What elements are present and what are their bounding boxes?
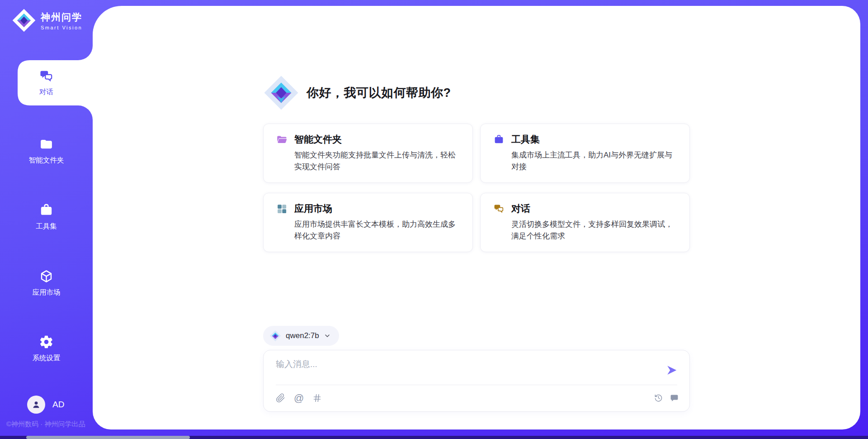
brand: 神州问学 Smart Vision (12, 8, 82, 33)
user-profile[interactable]: AD (27, 396, 64, 414)
message-input[interactable] (276, 358, 637, 382)
card-chat[interactable]: 对话 灵活切换多模型文件，支持多样回复效果调试，满足个性化需求 (480, 193, 690, 252)
sidebar-item-tools[interactable]: 工具集 (0, 203, 93, 231)
card-title: 对话 (511, 202, 530, 215)
chat-icon (39, 69, 54, 84)
sidebar-item-chat[interactable]: 对话 (0, 60, 93, 105)
composer: @ (263, 350, 690, 412)
send-button[interactable] (665, 364, 679, 377)
chevron-down-icon (324, 332, 331, 339)
brand-subtitle: Smart Vision (41, 25, 82, 30)
person-icon (31, 399, 42, 410)
card-title: 应用市场 (294, 202, 332, 215)
greeting: 你好，我可以如何帮助你? (263, 74, 690, 112)
avatar (27, 396, 45, 414)
card-description: 智能文件夹功能支持批量文件上传与清洗，轻松实现文件问答 (294, 149, 460, 172)
card-title: 智能文件夹 (294, 133, 342, 146)
chat-bubble-icon (670, 394, 679, 402)
card-description: 灵活切换多模型文件，支持多样回复效果调试，满足个性化需求 (511, 219, 677, 242)
sidebar-item-label: 智能文件夹 (29, 156, 64, 165)
sidebar-item-label: 应用市场 (33, 288, 61, 297)
card-description: 集成市场上主流工具，助力AI与外界无缝扩展与对接 (511, 149, 677, 172)
card-description: 应用市场提供丰富长文本模板，助力高效生成多样化文章内容 (294, 219, 460, 242)
card-title: 工具集 (511, 133, 540, 146)
main-panel: 你好，我可以如何帮助你? 智能文件夹 智能文件夹功能支持批量文件上传与清洗，轻松… (93, 6, 860, 429)
history-button[interactable] (654, 394, 663, 402)
sidebar-footer: ©神州数码 · 神州问学出品 (6, 420, 85, 429)
sidebar-item-label: 系统设置 (33, 353, 61, 363)
sidebar: 神州问学 Smart Vision 对话 智能文件夹 (0, 0, 93, 439)
brand-text: 神州问学 Smart Vision (41, 11, 82, 30)
at-icon: @ (294, 393, 304, 403)
folder-icon (39, 137, 54, 152)
model-selector[interactable]: qwen2:7b (263, 326, 339, 346)
greeting-text: 你好，我可以如何帮助你? (307, 85, 451, 101)
brand-diamond-logo-icon (12, 8, 36, 33)
sidebar-item-market[interactable]: 应用市场 (0, 269, 93, 297)
sidebar-item-folders[interactable]: 智能文件夹 (0, 137, 93, 165)
gear-icon (39, 334, 54, 349)
attach-button[interactable] (276, 393, 285, 403)
folder-open-icon (276, 134, 288, 145)
briefcase-icon (39, 203, 54, 218)
send-icon (666, 364, 678, 376)
scrollbar-thumb[interactable] (26, 436, 190, 439)
mention-button[interactable]: @ (294, 393, 304, 403)
paperclip-icon (276, 393, 285, 403)
assistant-diamond-logo-icon (263, 75, 299, 111)
model-name: qwen2:7b (286, 331, 319, 340)
sidebar-item-settings[interactable]: 系统设置 (0, 334, 93, 363)
card-app-market[interactable]: 应用市场 应用市场提供丰富长文本模板，助力高效生成多样化文章内容 (263, 193, 473, 252)
card-toolset[interactable]: 工具集 集成市场上主流工具，助力AI与外界无缝扩展与对接 (480, 124, 690, 183)
card-smart-folder[interactable]: 智能文件夹 智能文件夹功能支持批量文件上传与清洗，轻松实现文件问答 (263, 124, 473, 183)
hash-icon (312, 393, 322, 403)
briefcase-icon (493, 134, 505, 145)
topic-button[interactable] (312, 393, 322, 403)
sidebar-item-label: 工具集 (36, 222, 57, 231)
model-diamond-logo-icon (269, 330, 281, 342)
user-name: AD (52, 400, 64, 410)
feature-cards: 智能文件夹 智能文件夹功能支持批量文件上传与清洗，轻松实现文件问答 工具集 集成… (263, 124, 690, 252)
app-window: 神州问学 Smart Vision 对话 智能文件夹 (0, 0, 868, 439)
composer-toolbar: @ (276, 385, 679, 411)
grid-icon (276, 203, 288, 215)
main-content: 你好，我可以如何帮助你? 智能文件夹 智能文件夹功能支持批量文件上传与清洗，轻松… (263, 6, 690, 412)
brand-name: 神州问学 (41, 11, 82, 24)
history-icon (654, 394, 663, 402)
horizontal-scrollbar[interactable] (0, 436, 868, 439)
cube-icon (39, 269, 54, 284)
conversation-button[interactable] (670, 394, 679, 402)
sidebar-item-label: 对话 (39, 87, 53, 97)
chat-icon (493, 203, 505, 215)
